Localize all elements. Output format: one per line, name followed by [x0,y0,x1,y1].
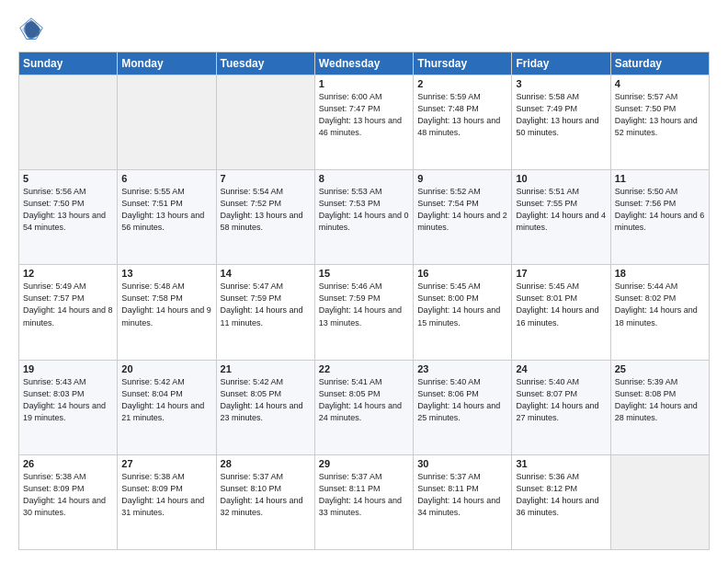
weekday-header-thursday: Thursday [414,52,512,75]
calendar-cell: 24 Sunrise: 5:40 AMSunset: 8:07 PMDaylig… [512,360,610,454]
day-number: 17 [516,268,606,279]
day-number: 14 [221,268,311,279]
weekday-header-row: SundayMondayTuesdayWednesdayThursdayFrid… [19,52,710,75]
day-info: Sunrise: 5:40 AMSunset: 8:07 PMDaylight:… [516,376,606,424]
day-info: Sunrise: 5:59 AMSunset: 7:48 PMDaylight:… [417,91,507,139]
day-number: 18 [615,268,705,279]
day-info: Sunrise: 5:36 AMSunset: 8:12 PMDaylight:… [516,471,606,519]
calendar-cell: 20 Sunrise: 5:42 AMSunset: 8:04 PMDaylig… [118,360,216,454]
calendar-cell: 9 Sunrise: 5:52 AMSunset: 7:54 PMDayligh… [414,170,512,265]
day-info: Sunrise: 5:56 AMSunset: 7:50 PMDaylight:… [23,186,113,234]
day-number: 8 [319,173,409,184]
calendar-cell: 16 Sunrise: 5:45 AMSunset: 8:00 PMDaylig… [414,265,512,360]
day-info: Sunrise: 5:43 AMSunset: 8:03 PMDaylight:… [23,376,113,424]
day-number: 24 [516,363,606,374]
day-info: Sunrise: 5:38 AMSunset: 8:09 PMDaylight:… [23,471,113,519]
day-info: Sunrise: 5:54 AMSunset: 7:52 PMDaylight:… [221,186,311,234]
day-number: 22 [319,363,409,374]
weekday-header-tuesday: Tuesday [216,52,314,75]
day-number: 5 [23,173,113,184]
day-info: Sunrise: 5:46 AMSunset: 7:59 PMDaylight:… [319,281,409,328]
day-number: 9 [417,173,507,184]
calendar-cell: 7 Sunrise: 5:54 AMSunset: 7:52 PMDayligh… [216,170,314,265]
weekday-header-sunday: Sunday [19,52,118,75]
day-number: 6 [121,173,211,184]
day-number: 30 [417,458,507,469]
calendar-cell: 8 Sunrise: 5:53 AMSunset: 7:53 PMDayligh… [314,170,413,265]
day-number: 3 [516,78,606,89]
calendar-cell: 25 Sunrise: 5:39 AMSunset: 8:08 PMDaylig… [610,360,709,454]
day-number: 13 [121,268,211,279]
calendar-cell: 29 Sunrise: 5:37 AMSunset: 8:11 PMDaylig… [314,454,413,549]
day-number: 11 [615,173,705,184]
day-number: 19 [23,363,113,374]
day-number: 16 [417,268,507,279]
calendar-cell: 13 Sunrise: 5:48 AMSunset: 7:58 PMDaylig… [118,265,216,360]
calendar-cell: 23 Sunrise: 5:40 AMSunset: 8:06 PMDaylig… [414,360,512,454]
day-info: Sunrise: 5:41 AMSunset: 8:05 PMDaylight:… [319,376,409,424]
day-info: Sunrise: 5:44 AMSunset: 8:02 PMDaylight:… [615,281,705,328]
day-number: 23 [417,363,507,374]
calendar-cell: 31 Sunrise: 5:36 AMSunset: 8:12 PMDaylig… [512,454,610,549]
header [18,17,710,42]
day-number: 1 [319,78,409,89]
day-number: 25 [615,363,705,374]
day-number: 29 [319,458,409,469]
calendar-cell: 19 Sunrise: 5:43 AMSunset: 8:03 PMDaylig… [19,360,118,454]
day-number: 20 [121,363,211,374]
day-number: 2 [417,78,507,89]
weekday-header-saturday: Saturday [610,52,709,75]
day-info: Sunrise: 5:50 AMSunset: 7:56 PMDaylight:… [615,186,705,234]
day-info: Sunrise: 5:58 AMSunset: 7:49 PMDaylight:… [516,91,606,139]
day-number: 15 [319,268,409,279]
calendar-cell: 18 Sunrise: 5:44 AMSunset: 8:02 PMDaylig… [610,265,709,360]
day-number: 12 [23,268,113,279]
day-info: Sunrise: 5:52 AMSunset: 7:54 PMDaylight:… [417,186,507,234]
day-info: Sunrise: 6:00 AMSunset: 7:47 PMDaylight:… [319,91,409,139]
weekday-header-monday: Monday [118,52,216,75]
day-info: Sunrise: 5:45 AMSunset: 8:00 PMDaylight:… [417,281,507,328]
day-info: Sunrise: 5:53 AMSunset: 7:53 PMDaylight:… [319,186,409,234]
day-info: Sunrise: 5:40 AMSunset: 8:06 PMDaylight:… [417,376,507,424]
day-number: 21 [221,363,311,374]
day-info: Sunrise: 5:51 AMSunset: 7:55 PMDaylight:… [516,186,606,234]
calendar-body: 1 Sunrise: 6:00 AMSunset: 7:47 PMDayligh… [19,75,710,550]
calendar-cell: 28 Sunrise: 5:37 AMSunset: 8:10 PMDaylig… [216,454,314,549]
calendar-cell: 4 Sunrise: 5:57 AMSunset: 7:50 PMDayligh… [610,75,709,170]
calendar-cell: 5 Sunrise: 5:56 AMSunset: 7:50 PMDayligh… [19,170,118,265]
day-info: Sunrise: 5:39 AMSunset: 8:08 PMDaylight:… [615,376,705,424]
calendar-week-5: 26 Sunrise: 5:38 AMSunset: 8:09 PMDaylig… [19,454,710,549]
calendar-week-3: 12 Sunrise: 5:49 AMSunset: 7:57 PMDaylig… [19,265,710,360]
calendar-cell: 12 Sunrise: 5:49 AMSunset: 7:57 PMDaylig… [19,265,118,360]
calendar-week-4: 19 Sunrise: 5:43 AMSunset: 8:03 PMDaylig… [19,360,710,454]
calendar-cell [610,454,709,549]
calendar-cell: 6 Sunrise: 5:55 AMSunset: 7:51 PMDayligh… [118,170,216,265]
day-number: 31 [516,458,606,469]
day-info: Sunrise: 5:42 AMSunset: 8:04 PMDaylight:… [121,376,211,424]
day-info: Sunrise: 5:38 AMSunset: 8:09 PMDaylight:… [121,471,211,519]
calendar-cell [19,75,118,170]
day-info: Sunrise: 5:57 AMSunset: 7:50 PMDaylight:… [615,91,705,139]
day-info: Sunrise: 5:48 AMSunset: 7:58 PMDaylight:… [121,281,211,328]
day-number: 28 [221,458,311,469]
day-number: 4 [615,78,705,89]
weekday-header-friday: Friday [512,52,610,75]
weekday-header-wednesday: Wednesday [314,52,413,75]
day-number: 10 [516,173,606,184]
calendar-week-2: 5 Sunrise: 5:56 AMSunset: 7:50 PMDayligh… [19,170,710,265]
calendar-cell: 30 Sunrise: 5:37 AMSunset: 8:11 PMDaylig… [414,454,512,549]
calendar-cell: 1 Sunrise: 6:00 AMSunset: 7:47 PMDayligh… [314,75,413,170]
page: SundayMondayTuesdayWednesdayThursdayFrid… [0,0,728,563]
calendar-cell: 14 Sunrise: 5:47 AMSunset: 7:59 PMDaylig… [216,265,314,360]
day-info: Sunrise: 5:47 AMSunset: 7:59 PMDaylight:… [221,281,311,328]
day-info: Sunrise: 5:37 AMSunset: 8:11 PMDaylight:… [319,471,409,519]
calendar-cell: 17 Sunrise: 5:45 AMSunset: 8:01 PMDaylig… [512,265,610,360]
day-info: Sunrise: 5:37 AMSunset: 8:10 PMDaylight:… [221,471,311,519]
calendar-cell: 3 Sunrise: 5:58 AMSunset: 7:49 PMDayligh… [512,75,610,170]
calendar-cell [118,75,216,170]
day-number: 26 [23,458,113,469]
calendar-cell: 27 Sunrise: 5:38 AMSunset: 8:09 PMDaylig… [118,454,216,549]
calendar-week-1: 1 Sunrise: 6:00 AMSunset: 7:47 PMDayligh… [19,75,710,170]
calendar-cell: 22 Sunrise: 5:41 AMSunset: 8:05 PMDaylig… [314,360,413,454]
logo [18,17,48,42]
